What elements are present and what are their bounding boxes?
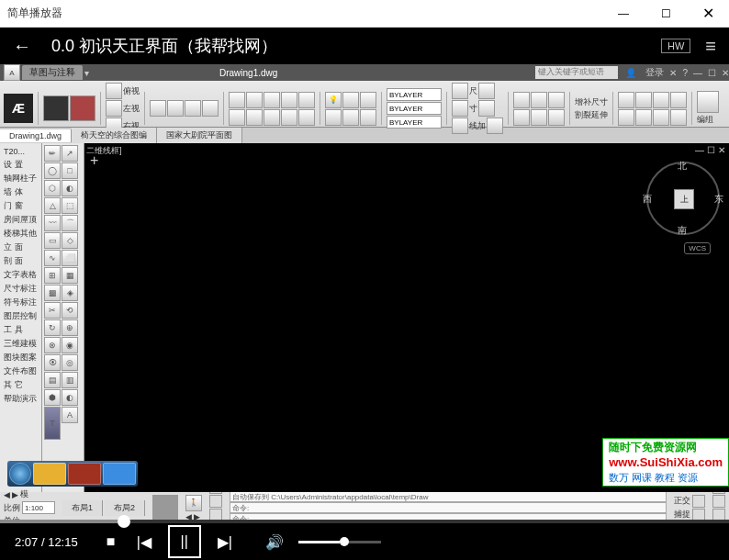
tool-icon[interactable] <box>653 92 669 108</box>
scroll-right-icon[interactable]: ▶ <box>12 490 18 499</box>
window-minimize-button[interactable]: — <box>602 0 645 28</box>
sidebar-item[interactable]: 门 窗 <box>2 199 39 213</box>
tool-icon[interactable] <box>281 92 297 108</box>
cad-close-icon[interactable]: ✕ <box>722 68 729 78</box>
tool-icon[interactable] <box>618 109 634 126</box>
sidebar-item[interactable]: 楼梯其他 <box>2 227 39 241</box>
tool-icon[interactable] <box>670 109 687 126</box>
palette-tool-icon[interactable]: ◉ <box>62 337 78 353</box>
help-icon[interactable]: ? <box>682 68 688 78</box>
sidebar-item[interactable]: 墙 体 <box>2 185 39 199</box>
group-icon[interactable] <box>697 91 719 113</box>
tool-icon[interactable] <box>298 92 315 108</box>
palette-tool-icon[interactable]: ↻ <box>44 319 61 336</box>
start-button-icon[interactable] <box>9 463 31 485</box>
viewcube[interactable]: 北 南 西 东 上 <box>646 162 720 235</box>
command-line[interactable]: 命令: <box>230 502 667 513</box>
hamburger-menu-icon[interactable]: ≡ <box>705 36 716 57</box>
tool-icon[interactable] <box>150 100 166 117</box>
tool-icon[interactable] <box>548 92 565 108</box>
window-close-button[interactable]: ✕ <box>687 0 729 28</box>
sidebar-item[interactable]: 图块图案 <box>2 351 39 364</box>
palette-tool-icon[interactable]: ◐ <box>62 389 78 406</box>
palette-tool-icon[interactable]: ▥ <box>62 372 78 388</box>
palette-tool-icon[interactable]: ⬚ <box>62 197 78 214</box>
progress-knob[interactable] <box>118 515 130 528</box>
layer-weight-dropdown[interactable]: BYLAYER <box>387 116 442 129</box>
tool-icon[interactable] <box>185 100 201 117</box>
tool-icon[interactable] <box>452 83 468 99</box>
tool-icon[interactable] <box>246 109 263 126</box>
palette-tool-icon[interactable]: ✂ <box>44 302 61 319</box>
scroll-left-icon[interactable]: ◀ <box>4 490 10 499</box>
tool-icon[interactable] <box>264 92 280 108</box>
palette-tool-icon[interactable]: ✏ <box>44 145 61 162</box>
tool-icon[interactable] <box>167 100 184 117</box>
tool-icon[interactable] <box>635 92 652 108</box>
palette-tool-icon[interactable]: ▩ <box>44 285 61 301</box>
tool-icon[interactable] <box>246 92 263 108</box>
sidebar-item[interactable]: 文件布图 <box>2 364 39 378</box>
palette-tool-icon[interactable]: ◇ <box>62 232 78 249</box>
sidebar-item[interactable]: 三维建模 <box>2 337 39 351</box>
tool-icon[interactable] <box>325 109 342 126</box>
layer-color-dropdown[interactable]: BYLAYER <box>387 88 442 101</box>
tool-icon[interactable] <box>653 109 669 126</box>
view-icon[interactable] <box>106 83 122 99</box>
layout-tab[interactable]: 布局1 <box>62 500 103 516</box>
cad-maximize-icon[interactable]: ☐ <box>708 68 716 78</box>
palette-tool-icon[interactable]: ◈ <box>62 285 78 301</box>
tool-icon[interactable] <box>478 83 495 99</box>
dropdown-icon[interactable]: ▾ <box>84 68 89 78</box>
sidebar-item[interactable]: 文字表格 <box>2 268 39 282</box>
palette-tool-icon[interactable]: ⊗ <box>44 337 61 353</box>
palette-tool-icon[interactable]: ▤ <box>44 372 61 388</box>
bulb-icon[interactable]: 💡 <box>325 92 342 108</box>
palette-tool-icon[interactable]: ◐ <box>62 180 78 196</box>
tool-icon[interactable] <box>281 109 297 126</box>
user-icon[interactable]: 👤 <box>625 68 636 78</box>
sidebar-item[interactable]: 轴网柱子 <box>2 172 39 185</box>
previous-button[interactable]: |◀ <box>130 528 158 555</box>
render-icon[interactable] <box>43 95 69 121</box>
palette-tool-icon[interactable]: A <box>62 407 78 423</box>
sidebar-item[interactable]: 帮助演示 <box>2 392 39 406</box>
hw-badge[interactable]: HW <box>661 39 690 53</box>
volume-slider[interactable] <box>298 541 381 543</box>
layer-linetype-dropdown[interactable]: BYLAYER <box>387 102 442 115</box>
viewport-close-icon[interactable]: ✕ <box>718 145 725 155</box>
palette-tool-icon[interactable]: △ <box>44 197 61 214</box>
palette-tool-icon[interactable]: ⬜ <box>62 250 78 266</box>
palette-tool-icon[interactable]: ⬡ <box>44 180 61 196</box>
doc-tab[interactable]: Drawing1.dwg <box>0 129 72 142</box>
wcs-badge[interactable]: WCS <box>684 242 711 254</box>
palette-tool-icon[interactable]: ⬢ <box>44 389 61 406</box>
exchange-icon[interactable]: ✕ <box>669 68 677 78</box>
tool-icon[interactable] <box>452 100 468 117</box>
cad-minimize-icon[interactable]: — <box>693 68 702 78</box>
viewport-min-icon[interactable]: — <box>695 145 704 155</box>
tool-icon[interactable] <box>202 100 219 117</box>
nav-icon[interactable]: 🚶 <box>185 495 202 511</box>
palette-tool-icon[interactable]: ⌒ <box>62 215 78 231</box>
tool-icon[interactable] <box>487 118 503 134</box>
sidebar-item[interactable]: 图层控制 <box>2 309 39 323</box>
tool-icon[interactable] <box>360 92 376 108</box>
palette-tool-icon[interactable]: ↗ <box>62 145 78 162</box>
taskbar-browser-icon[interactable] <box>103 463 136 485</box>
tool-icon[interactable] <box>229 92 245 108</box>
panel-title[interactable]: T20... <box>2 145 39 158</box>
sidebar-item[interactable]: 其 它 <box>2 378 39 392</box>
login-button[interactable]: 登录 <box>645 66 664 79</box>
sidebar-item[interactable]: 设 置 <box>2 158 39 172</box>
viewcube-top[interactable]: 上 <box>674 189 694 209</box>
next-button[interactable]: ▶| <box>211 528 239 555</box>
scroll-icon[interactable] <box>152 495 178 521</box>
palette-tool-icon[interactable]: ▭ <box>44 232 61 249</box>
palette-tool-icon[interactable]: T <box>44 407 61 440</box>
tool-icon[interactable] <box>513 109 530 126</box>
stop-button[interactable]: ■ <box>97 528 125 555</box>
tool-icon[interactable] <box>670 92 687 108</box>
doc-tab[interactable]: 椅天空的综合图编 <box>72 128 157 143</box>
volume-knob[interactable] <box>340 537 349 546</box>
